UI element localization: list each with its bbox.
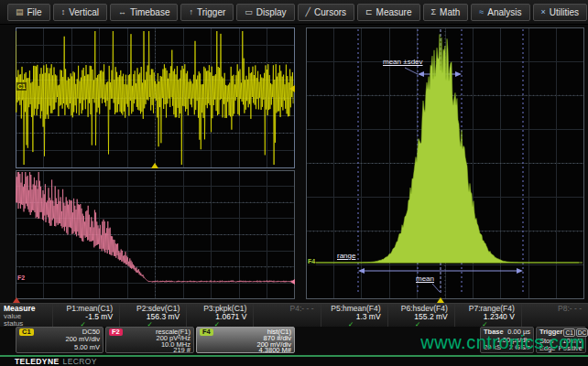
vertical-arrows-icon: ↕ bbox=[61, 8, 66, 16]
menu-item-label: Measure bbox=[376, 7, 412, 17]
f2-spectrum-panel[interactable]: F2 bbox=[16, 170, 295, 299]
c1-waveform-panel[interactable]: C1 bbox=[16, 27, 295, 168]
menu-cursors-button[interactable]: ╱Cursors bbox=[298, 4, 354, 21]
cursor-pencil-icon: ╱ bbox=[306, 8, 310, 16]
menu-item-label: Utilities bbox=[550, 7, 579, 17]
menu-display-button[interactable]: ▭Display bbox=[236, 4, 294, 21]
measure-row-labels: Measure value status bbox=[0, 304, 52, 327]
trigger-arrow-icon: ↑ bbox=[189, 8, 193, 16]
c1-offset: 5.00 mV bbox=[19, 344, 100, 352]
menu-item-label: Trigger bbox=[197, 7, 225, 17]
file-icon: ▤ bbox=[16, 8, 24, 16]
menu-item-label: Vertical bbox=[69, 7, 99, 17]
f4-trace-label: F4 bbox=[307, 257, 316, 265]
menu-measure-button[interactable]: ⊏Measure bbox=[357, 4, 419, 21]
oscilloscope-screen: ▤File↕Vertical↔Timebase↑Trigger▭Display╱… bbox=[0, 0, 588, 366]
measure-column[interactable]: P2:sdev(C1)156.3 mV✓ bbox=[119, 304, 186, 327]
brand-teledyne: TELEDYNE bbox=[15, 357, 60, 366]
c1-grid-svg bbox=[16, 27, 295, 168]
c1-tag: C1 bbox=[19, 328, 34, 336]
f4-count: 4.3800 M# bbox=[200, 348, 291, 354]
horizontal-arrows-icon: ↔ bbox=[118, 8, 126, 16]
menu-trigger-button[interactable]: ↑Trigger bbox=[180, 4, 234, 21]
c1-trigger-time-marker-icon[interactable] bbox=[151, 163, 158, 168]
c1-level-marker-icon[interactable] bbox=[289, 85, 295, 92]
measure-column[interactable]: P1:mean(C1)-1.5 mV✓ bbox=[52, 304, 119, 327]
mean-annotation: mean bbox=[416, 275, 434, 283]
menu-item-label: File bbox=[27, 7, 42, 17]
f4-histogram-panel[interactable]: F4 mean ±sdev range mean bbox=[306, 27, 584, 299]
measure-table: Measure value status P1:mean(C1)-1.5 mV✓… bbox=[0, 303, 588, 327]
f2-grid-svg bbox=[16, 170, 295, 299]
f4-descriptor-box[interactable]: F4 hist(C1) 870 #/div 200 mV/div 4.3800 … bbox=[196, 327, 295, 353]
measure-column[interactable]: P3:pkpk(C1)1.0671 V✓ bbox=[186, 304, 253, 327]
f2-tag: F2 bbox=[109, 328, 123, 336]
footer-bar: TELEDYNE LECROY bbox=[0, 355, 588, 366]
menu-item-label: Analysis bbox=[487, 7, 521, 17]
measure-param-label: P4:- - - bbox=[254, 305, 313, 313]
math-icon: Σ bbox=[431, 8, 437, 16]
utilities-icon: × bbox=[541, 8, 546, 16]
calipers-icon: ⊏ bbox=[365, 8, 373, 16]
menu-item-label: Math bbox=[440, 7, 460, 17]
f2-count: 219 # bbox=[109, 348, 191, 354]
menu-item-label: Cursors bbox=[314, 7, 346, 17]
mean-sdev-annotation: mean ±sdev bbox=[383, 59, 423, 66]
analysis-chart-icon: ≈ bbox=[479, 8, 484, 16]
c1-trace-label: C1 bbox=[16, 82, 27, 91]
menu-item-label: Display bbox=[256, 7, 287, 17]
measure-column[interactable]: P8:- - - bbox=[521, 304, 588, 327]
f2-descriptor-box[interactable]: F2 rescale(F1) 200 pV²/Hz 10.0 MHz 219 # bbox=[105, 327, 194, 353]
menu-utilities-button[interactable]: ×Utilities bbox=[533, 4, 588, 21]
display-icon: ▭ bbox=[245, 8, 253, 16]
brand-lecroy: LECROY bbox=[63, 357, 97, 366]
range-annotation: range bbox=[337, 253, 355, 260]
c1-descriptor-box[interactable]: C1 DC50 200 mV/div 5.00 mV bbox=[16, 327, 103, 353]
measure-column[interactable]: P4:- - - bbox=[253, 304, 320, 327]
watermark-text: www.cntronics.com bbox=[420, 332, 585, 353]
measure-column[interactable]: P6:hsdev(F4)155.2 mV✓ bbox=[387, 304, 454, 327]
menu-math-button[interactable]: ΣMath bbox=[423, 4, 469, 21]
f2-trace-label: F2 bbox=[16, 274, 26, 282]
menu-timebase-button[interactable]: ↔Timebase bbox=[110, 4, 179, 21]
menu-bar: ▤File↕Vertical↔Timebase↑Trigger▭Display╱… bbox=[0, 0, 588, 25]
measure-column[interactable]: P7:range(F4)1.2340 V✓ bbox=[454, 304, 521, 327]
menu-vertical-button[interactable]: ↕Vertical bbox=[53, 4, 107, 21]
measure-param-label: P8:- - - bbox=[522, 305, 582, 313]
f2-level-marker-icon[interactable] bbox=[290, 279, 295, 285]
menu-item-label: Timebase bbox=[130, 7, 170, 17]
menu-file-button[interactable]: ▤File bbox=[7, 4, 50, 21]
f4-tag: F4 bbox=[200, 328, 213, 336]
menu-analysis-button[interactable]: ≈Analysis bbox=[471, 4, 529, 21]
measure-column[interactable]: P5:hmean(F4)1.3 mV✓ bbox=[321, 304, 387, 327]
